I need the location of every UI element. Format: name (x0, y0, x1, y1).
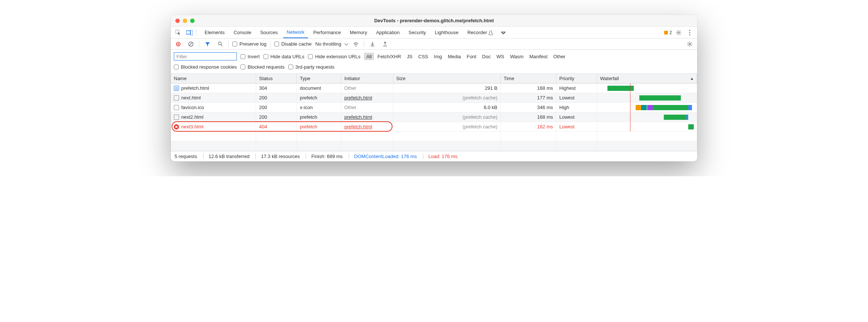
type-chip-css[interactable]: CSS (416, 53, 431, 60)
status-code: 304 (259, 85, 267, 91)
table-row[interactable]: next.html200prefetchprefetch.html(prefet… (171, 93, 697, 103)
column-type[interactable]: Type (297, 74, 341, 83)
tab-recorder[interactable]: Recorder (464, 27, 497, 38)
tab-memory[interactable]: Memory (346, 27, 371, 38)
tab-lighthouse[interactable]: Lighthouse (431, 27, 462, 38)
maximize-window-button[interactable] (190, 19, 195, 23)
column-initiator[interactable]: Initiator (341, 74, 393, 83)
status-transferred: 12.6 kB transferred (203, 154, 250, 159)
initiator-link[interactable]: prefetch.html (344, 124, 372, 129)
column-waterfall[interactable]: Waterfall ▲ (597, 74, 697, 83)
request-name: next.html (181, 95, 201, 101)
chevron-down-icon (344, 42, 348, 46)
tab-console[interactable]: Console (230, 27, 255, 38)
time-value: 177 ms (537, 95, 553, 101)
svg-point-5 (689, 32, 690, 33)
filter-icon[interactable] (203, 40, 212, 49)
priority-value: Lowest (559, 114, 574, 120)
throttling-dropdown[interactable]: No throttling (315, 41, 348, 47)
size-value: 6.0 kB (484, 105, 497, 110)
table-row[interactable]: next3.html404prefetchprefetch.html(prefe… (171, 122, 697, 132)
clear-button[interactable] (186, 40, 195, 49)
tab-sources[interactable]: Sources (256, 27, 282, 38)
tab-security[interactable]: Security (405, 27, 430, 38)
kebab-menu-icon[interactable] (685, 28, 694, 37)
filter-bar: Invert Hide data URLs Hide extension URL… (171, 50, 697, 74)
type-chip-media[interactable]: Media (445, 53, 463, 60)
svg-rect-2 (191, 30, 193, 35)
type-chip-font[interactable]: Font (464, 53, 478, 60)
blocked-cookies-label: Blocked response cookies (181, 64, 237, 70)
warnings-badge[interactable]: 2 (664, 30, 672, 35)
svg-line-8 (189, 43, 192, 46)
third-party-checkbox[interactable]: 3rd-party requests (288, 64, 335, 70)
network-table-body: prefetch.html304documentOther291 B168 ms… (171, 83, 697, 132)
close-window-button[interactable] (175, 19, 180, 23)
import-har-icon[interactable] (368, 40, 377, 49)
time-value: 346 ms (537, 105, 553, 110)
initiator-link[interactable]: prefetch.html (344, 95, 372, 101)
column-priority[interactable]: Priority (556, 74, 597, 83)
type-chip-js[interactable]: JS (405, 53, 415, 60)
request-name: prefetch.html (181, 85, 209, 91)
column-size[interactable]: Size (393, 74, 501, 83)
type-chip-manifest[interactable]: Manifest (527, 53, 550, 60)
blocked-cookies-checkbox[interactable]: Blocked response cookies (174, 64, 237, 70)
table-row[interactable]: favicon.ico200x-iconOther6.0 kB346 msHig… (171, 103, 697, 112)
empty-rows (171, 132, 697, 151)
time-value: 168 ms (537, 85, 553, 91)
preserve-log-checkbox[interactable]: Preserve log (232, 41, 266, 47)
type-chip-doc[interactable]: Doc (480, 53, 493, 60)
hide-data-urls-checkbox[interactable]: Hide data URLs (264, 54, 305, 59)
file-icon (174, 95, 179, 101)
type-chip-other[interactable]: Other (551, 53, 568, 60)
request-name: next3.html (181, 124, 203, 129)
column-name[interactable]: Name (171, 74, 256, 83)
file-icon (174, 115, 179, 120)
tab-performance[interactable]: Performance (309, 27, 344, 38)
tab-elements[interactable]: Elements (201, 27, 228, 38)
tab-network[interactable]: Network (283, 27, 308, 38)
network-settings-icon[interactable] (685, 40, 694, 49)
initiator-link[interactable]: prefetch.html (344, 114, 372, 120)
svg-point-9 (218, 42, 221, 45)
time-value: 162 ms (537, 124, 553, 129)
filter-input[interactable] (174, 52, 237, 60)
svg-point-11 (355, 45, 356, 46)
window-controls (171, 19, 199, 23)
network-conditions-icon[interactable] (351, 40, 360, 49)
file-icon (174, 124, 179, 129)
column-time[interactable]: Time (501, 74, 556, 83)
search-icon[interactable] (216, 40, 225, 49)
invert-checkbox[interactable]: Invert (241, 54, 260, 59)
table-row[interactable]: next2.html200prefetchprefetch.html(prefe… (171, 112, 697, 122)
size-value: (prefetch cache) (463, 124, 497, 129)
type-chip-img[interactable]: Img (432, 53, 444, 60)
settings-icon[interactable] (674, 28, 683, 37)
record-button[interactable] (174, 40, 183, 49)
request-type: prefetch (300, 124, 317, 129)
priority-value: Lowest (559, 95, 574, 101)
inspect-element-icon[interactable] (174, 28, 183, 37)
window-title: DevTools - prerender-demos.glitch.me/pre… (171, 18, 697, 23)
hide-extension-urls-checkbox[interactable]: Hide extension URLs (308, 54, 360, 59)
type-chip-ws[interactable]: WS (494, 53, 507, 60)
minimize-window-button[interactable] (183, 19, 187, 23)
blocked-requests-label: Blocked requests (248, 64, 285, 70)
warning-count: 2 (669, 30, 672, 35)
type-chip-all[interactable]: All (364, 53, 374, 60)
status-finish: Finish: 689 ms (306, 154, 343, 159)
hide-data-label: Hide data URLs (271, 54, 305, 59)
tab-application[interactable]: Application (372, 27, 404, 38)
device-toolbar-icon[interactable] (185, 28, 194, 37)
size-value: (prefetch cache) (463, 95, 497, 101)
column-status[interactable]: Status (256, 74, 297, 83)
third-party-label: 3rd-party requests (295, 64, 335, 70)
type-chip-wasm[interactable]: Wasm (508, 53, 526, 60)
type-chip-fetch-xhr[interactable]: Fetch/XHR (375, 53, 404, 60)
export-har-icon[interactable] (381, 40, 390, 49)
more-tabs-icon[interactable] (499, 28, 508, 37)
disable-cache-checkbox[interactable]: Disable cache (274, 41, 312, 47)
blocked-requests-checkbox[interactable]: Blocked requests (241, 64, 285, 70)
table-row[interactable]: prefetch.html304documentOther291 B168 ms… (171, 83, 697, 93)
